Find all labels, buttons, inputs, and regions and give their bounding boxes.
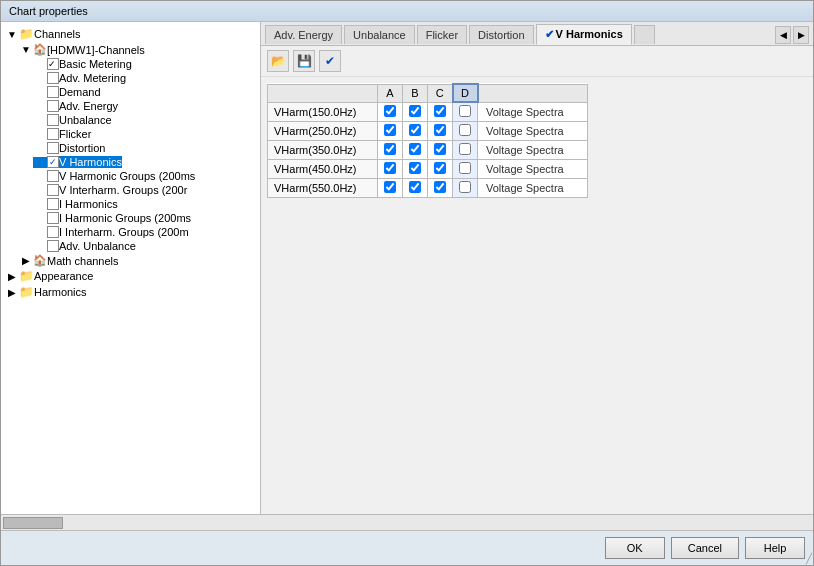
- tab-unbalance[interactable]: Unbalance: [344, 25, 415, 44]
- tree-label-adv-unbalance[interactable]: Adv. Unbalance: [59, 240, 136, 252]
- check-v-harmonics[interactable]: ✓: [47, 156, 59, 168]
- tree-label-harmonics[interactable]: Harmonics: [34, 286, 87, 298]
- tree-label-v-interharm-groups[interactable]: V Interharm. Groups (200r: [59, 184, 187, 196]
- tree-item-v-harmonic-groups[interactable]: V Harmonic Groups (200ms: [1, 169, 260, 183]
- tree-item-hdmw[interactable]: ▼ 🏠 [HDMW1]-Channels: [1, 42, 260, 57]
- tree-label-i-interharm-groups[interactable]: I Interharm. Groups (200m: [59, 226, 189, 238]
- tree-item-i-harmonic-groups[interactable]: I Harmonic Groups (200ms: [1, 211, 260, 225]
- check-unbalance[interactable]: [47, 114, 59, 126]
- cell-b-0[interactable]: [403, 102, 428, 122]
- expand-icon-channels[interactable]: ▼: [5, 29, 19, 40]
- tree-label-v-harmonic-groups[interactable]: V Harmonic Groups (200ms: [59, 170, 195, 182]
- cell-b-3[interactable]: [403, 160, 428, 179]
- tab-nav-left[interactable]: ◀: [775, 26, 791, 44]
- cell-a-1[interactable]: [378, 122, 403, 141]
- checkbox-d-4[interactable]: [459, 181, 471, 193]
- check-adv-energy[interactable]: [47, 100, 59, 112]
- checkbox-c-4[interactable]: [434, 181, 446, 193]
- tree-label-hdmw[interactable]: [HDMW1]-Channels: [47, 44, 145, 56]
- tree-label-appearance[interactable]: Appearance: [34, 270, 93, 282]
- tree-label-v-harmonics[interactable]: V Harmonics: [59, 156, 122, 168]
- check-basic-metering[interactable]: [47, 58, 59, 70]
- expand-icon-math[interactable]: ▶: [19, 255, 33, 266]
- tab-flicker[interactable]: Flicker: [417, 25, 467, 44]
- expand-icon-harmonics[interactable]: ▶: [5, 287, 19, 298]
- tree-label-flicker[interactable]: Flicker: [59, 128, 91, 140]
- expand-icon-hdmw[interactable]: ▼: [19, 44, 33, 55]
- scroll-thumb[interactable]: [3, 517, 63, 529]
- check-v-interharm-groups[interactable]: [47, 184, 59, 196]
- cell-b-4[interactable]: [403, 179, 428, 198]
- cell-d-1[interactable]: [453, 122, 478, 141]
- tree-item-v-interharm-groups[interactable]: V Interharm. Groups (200r: [1, 183, 260, 197]
- checkbox-b-2[interactable]: [409, 143, 421, 155]
- tree-item-channels[interactable]: ▼ 📁 Channels: [1, 26, 260, 42]
- checkbox-d-1[interactable]: [459, 124, 471, 136]
- tree-label-adv-metering[interactable]: Adv. Metering: [59, 72, 126, 84]
- resize-corner[interactable]: ╱: [806, 553, 812, 564]
- tree-item-demand[interactable]: Demand: [1, 85, 260, 99]
- cell-a-3[interactable]: [378, 160, 403, 179]
- expand-icon-appearance[interactable]: ▶: [5, 271, 19, 282]
- check-i-interharm-groups[interactable]: [47, 226, 59, 238]
- tab-distortion[interactable]: Distortion: [469, 25, 533, 44]
- tab-nav-right[interactable]: ▶: [793, 26, 809, 44]
- cell-c-4[interactable]: [428, 179, 453, 198]
- tree-item-appearance[interactable]: ▶ 📁 Appearance: [1, 268, 260, 284]
- col-header-b[interactable]: B: [403, 84, 428, 102]
- tree-item-i-interharm-groups[interactable]: I Interharm. Groups (200m: [1, 225, 260, 239]
- tree-item-adv-unbalance[interactable]: Adv. Unbalance: [1, 239, 260, 253]
- horizontal-scrollbar[interactable]: [1, 514, 813, 530]
- cell-b-1[interactable]: [403, 122, 428, 141]
- check-adv-unbalance[interactable]: [47, 240, 59, 252]
- checkbox-c-1[interactable]: [434, 124, 446, 136]
- tree-label-unbalance[interactable]: Unbalance: [59, 114, 112, 126]
- cell-a-0[interactable]: [378, 102, 403, 122]
- tab-extra[interactable]: [634, 25, 655, 44]
- checkbox-b-1[interactable]: [409, 124, 421, 136]
- open-button[interactable]: 📂: [267, 50, 289, 72]
- tree-label-i-harmonics[interactable]: I Harmonics: [59, 198, 118, 210]
- tree-item-unbalance[interactable]: Unbalance: [1, 113, 260, 127]
- tree-item-basic-metering[interactable]: Basic Metering: [1, 57, 260, 71]
- checkbox-d-3[interactable]: [459, 162, 471, 174]
- cell-b-2[interactable]: [403, 141, 428, 160]
- tree-label-distortion[interactable]: Distortion: [59, 142, 105, 154]
- cell-c-3[interactable]: [428, 160, 453, 179]
- cancel-button[interactable]: Cancel: [671, 537, 739, 559]
- tree-label-adv-energy[interactable]: Adv. Energy: [59, 100, 118, 112]
- check-flicker[interactable]: [47, 128, 59, 140]
- tree-item-v-harmonics[interactable]: ✓ V Harmonics: [1, 155, 260, 169]
- tree-label-math-channels[interactable]: Math channels: [47, 255, 119, 267]
- tree-item-adv-metering[interactable]: Adv. Metering: [1, 71, 260, 85]
- col-header-a[interactable]: A: [378, 84, 403, 102]
- tree-item-harmonics[interactable]: ▶ 📁 Harmonics: [1, 284, 260, 300]
- checkbox-b-4[interactable]: [409, 181, 421, 193]
- cell-c-0[interactable]: [428, 102, 453, 122]
- check-i-harmonic-groups[interactable]: [47, 212, 59, 224]
- checkbox-d-2[interactable]: [459, 143, 471, 155]
- check-v-harmonic-groups[interactable]: [47, 170, 59, 182]
- cell-d-0[interactable]: [453, 102, 478, 122]
- col-header-c[interactable]: C: [428, 84, 453, 102]
- tab-v-harmonics[interactable]: ✔V Harmonics: [536, 24, 632, 45]
- checkbox-d-0[interactable]: [459, 105, 471, 117]
- ok-button[interactable]: OK: [605, 537, 665, 559]
- tree-label-basic-metering[interactable]: Basic Metering: [59, 58, 132, 70]
- tab-adv-energy[interactable]: Adv. Energy: [265, 25, 342, 44]
- tree-label-channels[interactable]: Channels: [34, 28, 80, 40]
- check-distortion[interactable]: [47, 142, 59, 154]
- check-demand[interactable]: [47, 86, 59, 98]
- help-button[interactable]: Help: [745, 537, 805, 559]
- cell-a-4[interactable]: [378, 179, 403, 198]
- check-i-harmonics[interactable]: [47, 198, 59, 210]
- check-button[interactable]: ✔: [319, 50, 341, 72]
- tree-item-adv-energy[interactable]: Adv. Energy: [1, 99, 260, 113]
- checkbox-c-2[interactable]: [434, 143, 446, 155]
- checkbox-a-1[interactable]: [384, 124, 396, 136]
- cell-d-2[interactable]: [453, 141, 478, 160]
- tree-item-distortion[interactable]: Distortion: [1, 141, 260, 155]
- save-button[interactable]: 💾: [293, 50, 315, 72]
- tree-label-demand[interactable]: Demand: [59, 86, 101, 98]
- cell-d-4[interactable]: [453, 179, 478, 198]
